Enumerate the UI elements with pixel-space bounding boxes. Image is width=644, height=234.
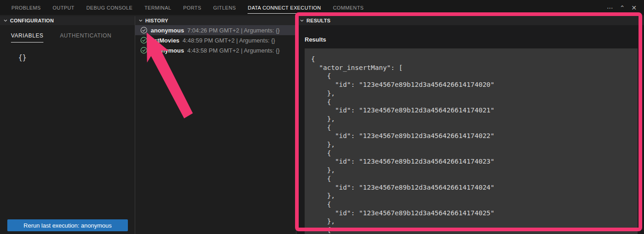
tab-ports[interactable]: PORTS bbox=[177, 0, 207, 16]
tab-comments[interactable]: COMMENTS bbox=[327, 0, 370, 16]
tab-output[interactable]: OUTPUT bbox=[47, 0, 80, 16]
check-circle-icon bbox=[140, 27, 148, 34]
data-connect-execution-panel: PROBLEMS OUTPUT DEBUG CONSOLE TERMINAL P… bbox=[0, 0, 644, 234]
history-item-meta: 7:04:26 PM GMT+2 | Arguments: {} bbox=[187, 27, 280, 34]
more-actions-icon[interactable]: ⋯ bbox=[607, 5, 613, 11]
results-json-block[interactable]: { "actor_insertMany": [ { "id": "123e456… bbox=[305, 48, 638, 234]
close-panel-icon[interactable]: ✕ bbox=[631, 5, 637, 11]
configuration-header[interactable]: CONFIGURATION bbox=[0, 16, 135, 25]
history-item-name: anonymous bbox=[151, 27, 184, 34]
history-item-meta: 4:43:58 PM GMT+2 | Arguments: {} bbox=[187, 47, 280, 54]
history-header[interactable]: HISTORY bbox=[135, 16, 296, 25]
results-label: Results bbox=[305, 36, 644, 43]
variables-value[interactable]: {} bbox=[18, 53, 135, 62]
panel-actions: ⋯ ⌃ ✕ bbox=[607, 5, 644, 11]
results-panel: RESULTS Results { "actor_insertMany": [ … bbox=[296, 16, 644, 234]
configuration-tabs: VARIABLES AUTHENTICATION bbox=[0, 25, 135, 43]
history-item-name: listMovies bbox=[151, 37, 179, 44]
maximize-panel-icon[interactable]: ⌃ bbox=[620, 5, 625, 11]
results-header[interactable]: RESULTS bbox=[296, 16, 644, 25]
tab-variables[interactable]: VARIABLES bbox=[11, 32, 43, 43]
history-item-name: anonymous bbox=[151, 47, 184, 54]
tab-problems[interactable]: PROBLEMS bbox=[5, 0, 47, 16]
history-item[interactable]: anonymous 4:43:58 PM GMT+2 | Arguments: … bbox=[135, 45, 296, 55]
tab-data-connect-execution[interactable]: DATA CONNECT EXECUTION bbox=[242, 0, 327, 16]
results-json-text: { "actor_insertMany": [ { "id": "123e456… bbox=[311, 55, 633, 234]
history-title: HISTORY bbox=[145, 18, 168, 23]
tab-gitlens[interactable]: GITLENS bbox=[207, 0, 242, 16]
chevron-down-icon bbox=[138, 18, 143, 23]
history-item[interactable]: anonymous 7:04:26 PM GMT+2 | Arguments: … bbox=[135, 25, 296, 35]
configuration-panel: CONFIGURATION VARIABLES AUTHENTICATION {… bbox=[0, 16, 135, 234]
check-circle-icon bbox=[140, 37, 148, 44]
results-title: RESULTS bbox=[306, 18, 331, 23]
history-panel: HISTORY anonymous 7:04:26 PM GMT+2 | Arg… bbox=[135, 16, 296, 234]
tab-debug-console[interactable]: DEBUG CONSOLE bbox=[80, 0, 138, 16]
chevron-down-icon bbox=[300, 18, 304, 23]
check-circle-icon bbox=[140, 47, 148, 54]
history-item-meta: 4:48:59 PM GMT+2 | Arguments: {} bbox=[183, 37, 275, 44]
history-item[interactable]: listMovies 4:48:59 PM GMT+2 | Arguments:… bbox=[135, 35, 296, 45]
configuration-title: CONFIGURATION bbox=[10, 18, 54, 23]
chevron-down-icon bbox=[3, 18, 8, 23]
tab-terminal[interactable]: TERMINAL bbox=[138, 0, 177, 16]
rerun-last-execution-button[interactable]: Rerun last execution: anonymous bbox=[7, 219, 128, 231]
tab-authentication[interactable]: AUTHENTICATION bbox=[60, 32, 111, 43]
panel-tab-bar: PROBLEMS OUTPUT DEBUG CONSOLE TERMINAL P… bbox=[0, 0, 644, 16]
